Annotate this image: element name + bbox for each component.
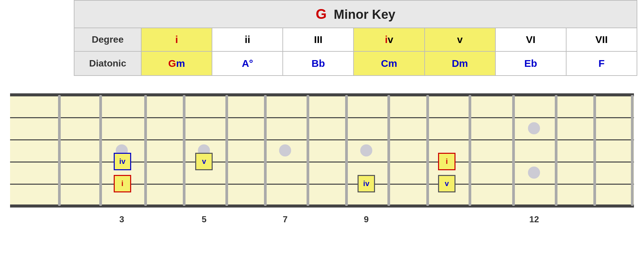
fret-13 (555, 95, 557, 206)
string-3 (10, 139, 634, 140)
fret-number-3: 3 (119, 214, 124, 225)
fret-6 (264, 95, 267, 206)
fret-number-7: 7 (283, 214, 287, 225)
string-5 (10, 184, 634, 185)
fret-dot-7 (279, 144, 291, 156)
degree-row: i ii III iv v VI VII (142, 28, 637, 52)
chord-gm: Gm (142, 52, 212, 75)
chord-table: Degree Diatonic i ii III iv v VI VII Gm … (74, 28, 637, 76)
fret-3 (144, 95, 147, 206)
fret-2 (99, 95, 102, 206)
degree-vii: VII (567, 28, 637, 51)
degree-vi: VI (496, 28, 567, 51)
chord-bb: Bb (283, 52, 354, 75)
degree-i: i (142, 28, 212, 51)
key-title: G Minor Key (74, 0, 637, 28)
key-letter: G (316, 6, 327, 22)
marker-i-fret10-s4: i (438, 153, 455, 170)
fret-14 (593, 95, 596, 206)
fret-15 (631, 95, 634, 206)
degree-iii: III (283, 28, 354, 51)
fret-12 (512, 95, 515, 206)
string-1 (10, 95, 634, 96)
chord-cm: Cm (354, 52, 425, 75)
fret-number-12: 12 (529, 214, 539, 225)
fret-5 (225, 95, 228, 206)
marker-v-fret10-s5: v (438, 175, 455, 192)
diatonic-row: Gm A° Bb Cm Dm Eb F (142, 52, 637, 75)
label-column: Degree Diatonic (74, 28, 142, 75)
fretboard: iv i v iv i v 3 5 7 9 12 (10, 93, 634, 208)
string-4 (10, 162, 634, 163)
marker-iv-fret3-s4: iv (114, 153, 131, 170)
fret-1 (58, 95, 61, 206)
degree-label: Degree (74, 28, 141, 52)
chords-section: i ii III iv v VI VII Gm A° Bb Cm Dm Eb F (142, 28, 637, 75)
chord-f: F (567, 52, 637, 75)
fret-4 (183, 95, 185, 206)
chord-eb: Eb (496, 52, 567, 75)
fret-7 (307, 95, 309, 206)
diatonic-label: Diatonic (74, 52, 141, 75)
fret-11 (469, 95, 471, 206)
string-2 (10, 117, 634, 118)
key-type: Minor Key (334, 7, 395, 21)
degree-iv: iv (354, 28, 425, 51)
fret-10 (426, 95, 429, 206)
degree-v: v (425, 28, 496, 51)
marker-i-fret3-s5: i (114, 175, 131, 192)
fret-number-9: 9 (364, 214, 369, 225)
marker-v-fret5-s4: v (195, 153, 213, 170)
fretboard-container: iv i v iv i v 3 5 7 9 12 (0, 87, 644, 231)
degree-ii: ii (212, 28, 283, 51)
fret-dot-12-bottom (528, 167, 540, 179)
chord-adim: A° (212, 52, 283, 75)
fret-number-5: 5 (202, 214, 206, 225)
chord-dm: Dm (425, 52, 496, 75)
fret-8 (345, 95, 348, 206)
fret-dot-9 (360, 144, 372, 156)
fret-dot-12-top (528, 122, 540, 134)
marker-iv-fret9-s5: iv (358, 175, 375, 192)
fret-9 (387, 95, 390, 206)
string-6 (10, 204, 634, 206)
